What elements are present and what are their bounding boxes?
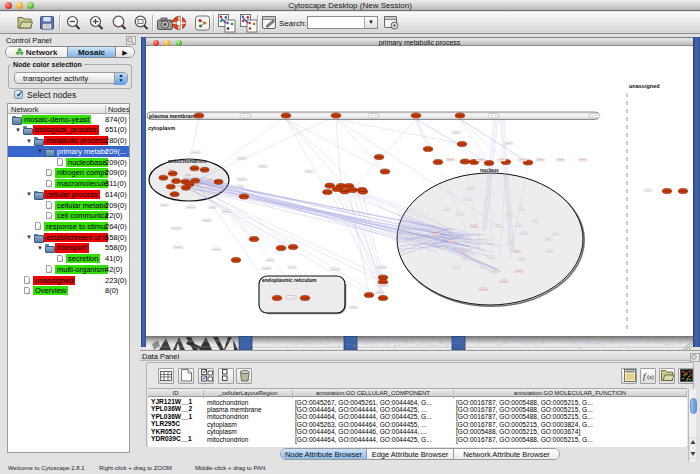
svg-text:cytoplasm: cytoplasm <box>148 125 175 131</box>
svg-text:unassigned: unassigned <box>629 83 660 89</box>
svg-text:plasma membrane: plasma membrane <box>149 113 197 119</box>
svg-text:(x): (x) <box>647 374 654 380</box>
svg-text:endoplasmic reticulum: endoplasmic reticulum <box>262 277 317 283</box>
svg-text:nucleus: nucleus <box>480 167 499 173</box>
svg-text:mitochondrion: mitochondrion <box>168 158 207 164</box>
